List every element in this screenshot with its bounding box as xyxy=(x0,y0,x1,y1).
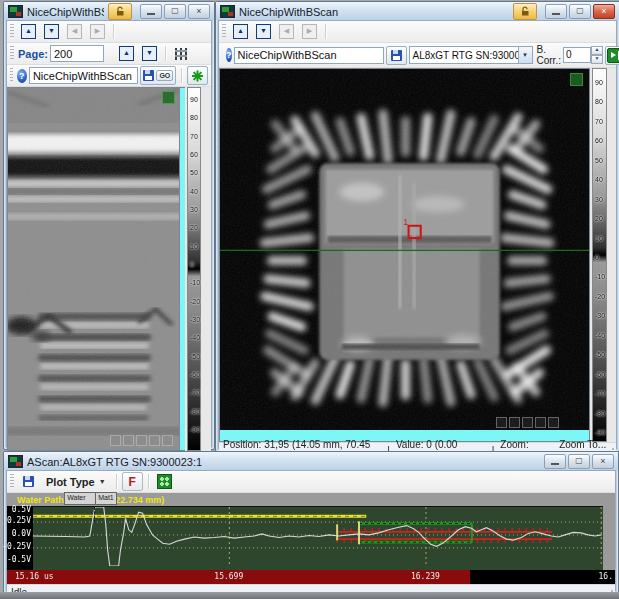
move-right-button[interactable]: ▶ xyxy=(299,22,320,41)
move-left-button[interactable]: ◀ xyxy=(64,22,85,41)
move-up-button[interactable]: ▲ xyxy=(230,22,251,41)
minimize-button[interactable] xyxy=(140,4,162,19)
line-tool-icon[interactable] xyxy=(522,417,533,428)
move-up-button[interactable]: ▲ xyxy=(18,22,39,41)
bcorr-value[interactable]: 0 xyxy=(563,47,591,63)
frequency-button[interactable]: F xyxy=(122,472,143,491)
spinner-up-icon[interactable]: ▲ xyxy=(591,46,603,55)
bscan-titlebar[interactable]: NiceChipWithBScan ▢ × xyxy=(4,2,214,20)
spinner-down-icon[interactable]: ▼ xyxy=(591,55,603,64)
zoom-out-tool-icon[interactable] xyxy=(548,417,559,428)
lock-button[interactable] xyxy=(513,3,537,20)
move-down-button[interactable]: ▼ xyxy=(41,22,62,41)
zoom-tool-icon[interactable] xyxy=(496,417,507,428)
y-axis-tick: 0.5V xyxy=(12,506,31,514)
move-right-button[interactable]: ▶ xyxy=(87,22,108,41)
ascan-plot-row: 0.5V0.25V0.0V-0.25V-0.5V xyxy=(7,506,615,570)
bscan-slice-indicator[interactable] xyxy=(180,87,185,451)
ascan-titlebar[interactable]: AScan:AL8xGT RTG SN:9300023:1 ▢ × xyxy=(4,452,618,470)
pan-tool-icon[interactable] xyxy=(509,417,520,428)
colorbar-tick: -90 xyxy=(190,426,200,433)
page-up-button[interactable]: ▲ xyxy=(116,44,137,63)
colorbar-tick: 90 xyxy=(190,96,198,103)
transducer-value: AL8xGT RTG SN:930002 xyxy=(410,50,518,61)
colorbar-tick: 80 xyxy=(190,114,198,121)
move-down-button[interactable]: ▼ xyxy=(253,22,274,41)
bscan-image[interactable] xyxy=(7,87,180,451)
restore-button[interactable]: ▢ xyxy=(568,454,590,469)
scan-name-input[interactable] xyxy=(29,67,139,84)
close-icon: × xyxy=(196,6,201,16)
water-marker-label[interactable]: Water xyxy=(64,492,98,505)
adjust-button[interactable] xyxy=(171,44,192,63)
toolbar-separator xyxy=(325,24,326,39)
toolbar-grip xyxy=(10,46,14,61)
image-zoom-tools[interactable] xyxy=(110,435,173,446)
water-marker-text: Water xyxy=(67,494,85,501)
ascan-waveform-svg xyxy=(33,507,603,566)
mat1-marker-label[interactable]: Mat1 xyxy=(95,492,117,505)
close-button[interactable]: × xyxy=(593,4,615,19)
minimize-button[interactable] xyxy=(545,4,567,19)
colorbar-tick: -30 xyxy=(595,312,605,319)
mat1-marker-text: Mat1 xyxy=(98,494,114,501)
overlay-green-icon[interactable] xyxy=(162,91,175,104)
palette-button[interactable] xyxy=(154,472,175,491)
overlay-green-icon[interactable] xyxy=(570,73,583,86)
plot-right-filler xyxy=(603,506,615,570)
page-down-button[interactable]: ▼ xyxy=(139,44,160,63)
ascan-plot[interactable] xyxy=(33,506,603,570)
lock-button[interactable] xyxy=(108,3,132,20)
transducer-dropdown[interactable]: AL8xGT RTG SN:930002 ▼ xyxy=(409,46,533,64)
zoom-in-tool-icon[interactable] xyxy=(535,417,546,428)
help-icon[interactable]: ? xyxy=(17,69,27,83)
new-view-button[interactable] xyxy=(187,66,208,85)
close-button[interactable]: × xyxy=(188,4,210,19)
chevron-down-icon: ▼ xyxy=(99,478,106,485)
export-button[interactable] xyxy=(605,46,619,65)
restore-icon: ▢ xyxy=(575,456,583,465)
save-button[interactable] xyxy=(18,472,39,491)
zoom-out-tool-icon[interactable] xyxy=(162,435,173,446)
x-axis-tick: 15.699 xyxy=(214,572,243,581)
colorbar-tick: 60 xyxy=(190,151,198,158)
line-tool-icon[interactable] xyxy=(136,435,147,446)
image-zoom-tools[interactable] xyxy=(496,417,559,428)
cscan-image[interactable]: 1 xyxy=(219,68,590,442)
colorbar-tick: 10 xyxy=(595,235,603,242)
minimize-button[interactable] xyxy=(544,454,566,469)
colorbar-tick: -60 xyxy=(595,371,605,378)
zoom-tool-icon[interactable] xyxy=(110,435,121,446)
colorbar-tick: 70 xyxy=(190,133,198,140)
ascan-window-body: Plot Type ▼ F Water Path: 15.328 us (22.… xyxy=(6,470,616,591)
plot-type-dropdown[interactable]: Plot Type ▼ xyxy=(41,472,111,491)
move-left-button[interactable]: ◀ xyxy=(276,22,297,41)
restore-button[interactable]: ▢ xyxy=(569,4,591,19)
close-button[interactable]: × xyxy=(592,454,614,469)
colorbar-tick: 50 xyxy=(190,169,198,176)
bscan-toolbar-page: Page: ▲ ▼ xyxy=(7,43,211,65)
measurement-cursor[interactable] xyxy=(94,507,95,523)
sliders-icon xyxy=(175,48,187,60)
cscan-titlebar[interactable]: NiceChipWithBScan ▢ × xyxy=(216,2,619,20)
x-axis-tick: 16.239 xyxy=(411,572,440,581)
restore-button[interactable]: ▢ xyxy=(164,4,186,19)
colorbar-tick: -70 xyxy=(190,389,200,396)
padlock-icon xyxy=(520,6,530,17)
colorbar-tick: -10 xyxy=(595,273,605,280)
bcorr-spinner[interactable]: 0 ▲▼ xyxy=(563,46,603,64)
ascan-x-axis: 15.16 us15.69916.23916. xyxy=(7,570,615,584)
page-input[interactable] xyxy=(50,45,104,62)
toolbar-separator xyxy=(113,24,114,39)
colorbar-tick: 20 xyxy=(595,215,603,222)
help-icon[interactable]: ? xyxy=(226,48,232,62)
save-button[interactable] xyxy=(386,46,407,65)
colorbar-tick: 20 xyxy=(190,224,198,231)
colorbar-tick: -90 xyxy=(595,429,605,436)
pan-tool-icon[interactable] xyxy=(123,435,134,446)
bscan-toolbar-nav: ▲ ▼ ◀ ▶ xyxy=(7,21,211,43)
save-go-button[interactable]: GO xyxy=(140,66,176,85)
scan-name-input[interactable] xyxy=(234,47,384,64)
bscan-content: 9080706050403020100-10-20-30-40-50-60-70… xyxy=(7,87,211,451)
zoom-in-tool-icon[interactable] xyxy=(149,435,160,446)
